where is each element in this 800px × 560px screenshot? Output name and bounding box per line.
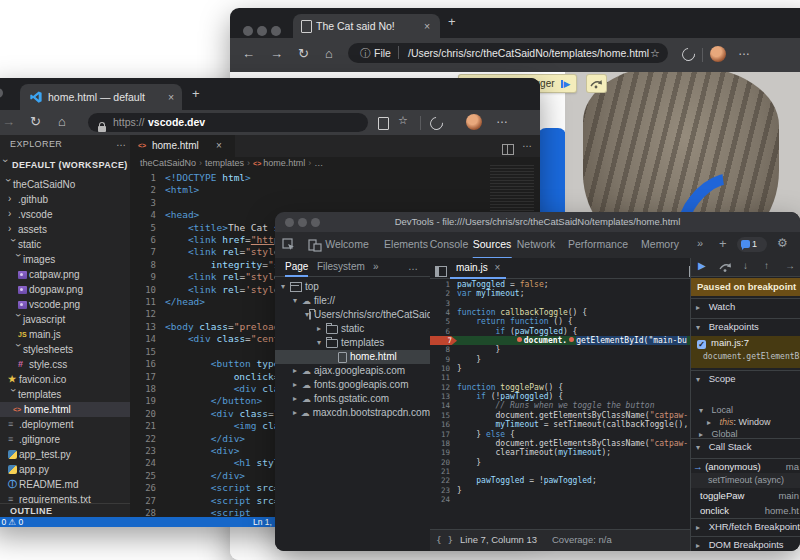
source-item-fonts-gstatic-com[interactable]: ▸☁fonts.gstatic.com [275, 392, 430, 406]
line-number[interactable]: 22 [130, 433, 165, 445]
line-number[interactable]: 19 [130, 395, 165, 407]
tab-filesystem[interactable]: Filesystem [317, 258, 365, 275]
line-number[interactable]: 7 [130, 246, 165, 258]
stack-frame[interactable]: togglePaw main [691, 488, 800, 503]
resume-icon[interactable]: ▶ [698, 260, 706, 271]
line-number[interactable]: 23 [130, 445, 165, 457]
line-number[interactable]: 12 [430, 383, 457, 392]
resume-icon[interactable] [561, 80, 563, 88]
explorer-item-main-js[interactable]: JSmain.js [0, 327, 130, 342]
xhr-breakpoints-section[interactable]: ▸ XHR/fetch Breakpoints [691, 518, 800, 535]
explorer-item--github[interactable]: ›.github [0, 192, 130, 207]
breadcrumb-item[interactable]: theCatSaidNo [140, 158, 196, 168]
watch-section[interactable]: ▸ Watch [691, 298, 800, 315]
line-number[interactable]: 9 [130, 271, 165, 283]
explorer-item--deployment[interactable]: ≡.deployment [0, 417, 130, 432]
editor-tab-home-html[interactable]: <> home.html × [130, 135, 235, 157]
device-toolbar-icon[interactable] [308, 238, 322, 252]
line-number[interactable]: 16 [430, 420, 457, 429]
explorer-item-vscode-png[interactable]: vscode.png [0, 297, 130, 312]
close-file-tab-icon[interactable]: × [494, 262, 500, 273]
stack-frame[interactable]: → (anonymous) ma [691, 458, 800, 474]
close-editor-tab-icon[interactable]: × [216, 135, 222, 157]
code-line-23[interactable]: 23} [430, 486, 690, 495]
breadcrumb-item[interactable]: home.html [263, 158, 305, 168]
back-icon[interactable]: ← [242, 46, 255, 61]
code-line-11[interactable]: 11 [430, 373, 690, 382]
line-number[interactable]: 3 [130, 197, 165, 209]
profile-avatar[interactable] [466, 114, 482, 130]
explorer-item--vscode[interactable]: ›.vscode [0, 207, 130, 222]
address-bar[interactable]: https:// vscode.dev [88, 113, 368, 132]
code-line-22[interactable]: 22 pawToggled = !pawToggled; [430, 476, 690, 485]
line-number[interactable]: 5 [430, 317, 457, 326]
traffic-light-minimize[interactable] [257, 26, 267, 36]
line-number[interactable]: 8 [130, 259, 165, 271]
close-tab-icon[interactable]: × [424, 14, 430, 38]
code-line-24[interactable]: 24 [430, 495, 690, 504]
format-braces-icon[interactable]: { } [436, 530, 453, 550]
tab-page[interactable]: Page [285, 258, 308, 277]
explorer-item-requirements-txt[interactable]: ≡requirements.txt [0, 492, 130, 503]
line-number[interactable]: 3 [430, 299, 457, 308]
profile-avatar[interactable] [710, 46, 726, 62]
line-number[interactable]: 20 [430, 458, 457, 467]
code-line-4[interactable]: 4function callbackToggle() { [430, 308, 690, 317]
file-tab-main-js[interactable]: main.js × [450, 258, 506, 279]
browser-tab[interactable]: The Cat said No! × [293, 14, 440, 38]
line-number[interactable]: 17 [430, 430, 457, 439]
code-line-7[interactable]: 7 document.getElementById("main-bu [430, 336, 690, 345]
source-item-file-[interactable]: ▾☁file:// [275, 294, 430, 308]
line-number[interactable]: 2 [430, 289, 457, 298]
code-line-12[interactable]: 12function togglePaw() { [430, 383, 690, 392]
code-line-16[interactable]: 16 myTimeout = setTimeout(callbackToggle… [430, 420, 690, 429]
source-item-ajax-googleapis-com[interactable]: ▸☁ajax.googleapis.com [275, 364, 430, 378]
resume-icon[interactable]: ▶ [564, 79, 571, 89]
code-line-3[interactable]: 3 [130, 197, 540, 209]
devtools-tab-sources[interactable]: Sources [473, 232, 512, 259]
split-editor-icon[interactable] [502, 144, 514, 155]
line-number[interactable]: 14 [130, 333, 165, 345]
line-number[interactable]: 12 [130, 308, 165, 320]
code-line-15[interactable]: 15 document.getElementsByClassName("catp… [430, 411, 690, 420]
new-tab-icon[interactable]: + [448, 14, 456, 29]
devtools-tab-console[interactable]: Console [430, 232, 469, 257]
scope-section[interactable]: ▾ Scope [691, 370, 800, 387]
breakpoint-checkbox[interactable]: ✓ [697, 340, 706, 349]
line-number[interactable]: 4 [130, 209, 165, 221]
line-number[interactable]: 16 [130, 358, 165, 370]
explorer-item-style-css[interactable]: #style.css [0, 357, 130, 372]
traffic-light[interactable] [0, 88, 3, 98]
code-line-20[interactable]: 20 } [430, 458, 690, 467]
line-number[interactable]: 9 [430, 355, 457, 364]
line-number[interactable]: 1 [430, 280, 457, 289]
refresh-icon[interactable]: ↻ [298, 46, 309, 61]
line-number[interactable]: 28 [130, 507, 165, 517]
explorer-item-images[interactable]: ›images [0, 252, 130, 267]
line-number[interactable]: 1 [130, 172, 165, 184]
code-line-10[interactable]: 10} [430, 364, 690, 373]
collapse-sidebar-icon[interactable] [435, 266, 447, 277]
sources-code-view[interactable]: 1pawToggled = false;2var myTimeout;34fun… [430, 280, 690, 530]
line-number[interactable]: 10 [130, 284, 165, 296]
more-menu-icon[interactable]: … [496, 112, 508, 126]
source-item-templates[interactable]: ▾templates [275, 336, 430, 350]
scope-this[interactable]: ▸ this: Window [691, 416, 800, 428]
dom-breakpoints-section[interactable]: ▸ DOM Breakpoints [691, 536, 800, 551]
line-number[interactable]: 2 [130, 184, 165, 196]
line-number[interactable]: 21 [130, 420, 165, 432]
line-number[interactable]: 4 [430, 308, 457, 317]
line-number[interactable]: 27 [130, 495, 165, 507]
line-number[interactable]: 10 [430, 364, 457, 373]
devtools-tab-welcome[interactable]: Welcome [325, 232, 369, 257]
home-icon[interactable]: ⌂ [58, 114, 66, 129]
code-line-17[interactable]: 17 } else { [430, 430, 690, 439]
extensions-icon[interactable] [427, 114, 445, 132]
explorer-item-thecatsaidno[interactable]: ›theCatSaidNo [0, 177, 130, 192]
line-number[interactable]: 18 [430, 439, 457, 448]
code-line-18[interactable]: 18 document.getElementsByClassName("catp… [430, 439, 690, 448]
explorer-item-readme-md[interactable]: ⓘREADME.md [0, 477, 130, 492]
favorites-star-icon[interactable]: ☆ [398, 114, 408, 127]
more-tabs-icon[interactable]: » [697, 237, 703, 249]
explorer-item-templates[interactable]: ›templates [0, 387, 130, 402]
